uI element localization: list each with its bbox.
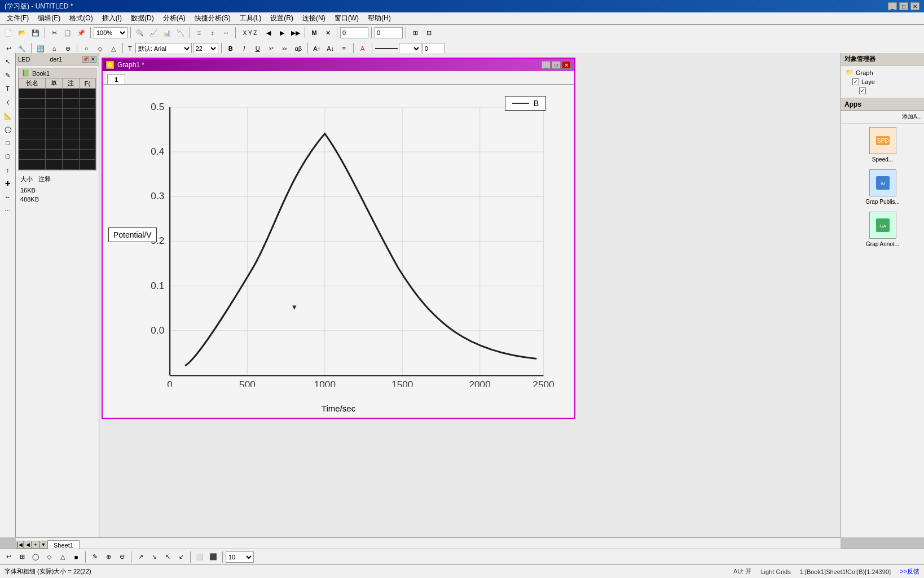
menu-analysis[interactable]: 分析(A) [159,12,190,24]
side-btn-7[interactable]: □ [2,137,14,149]
side-btn-1[interactable]: ↖ [2,55,14,68]
btb-7[interactable]: ✎ [89,551,101,563]
app-item-speed[interactable]: SPD Speed... [841,124,924,166]
menu-help[interactable]: 帮助(H) [363,12,395,24]
menu-file[interactable]: 文件(F) [2,12,33,24]
side-btn-2[interactable]: ✎ [2,69,14,81]
btb-13[interactable]: ↙ [175,551,187,563]
add-app-label[interactable]: 添加A... [902,113,922,120]
menu-connect[interactable]: 连接(N) [298,12,330,24]
tb-open[interactable]: 📂 [16,27,28,39]
btb-11[interactable]: ↘ [148,551,160,563]
btb-9[interactable]: ⊖ [116,551,128,563]
btb-6[interactable]: ■ [70,551,82,563]
side-btn-10[interactable]: ✚ [2,177,14,190]
side-btn-4[interactable]: ⟨ [2,96,14,108]
tb-arrow-left[interactable]: ◀ [262,27,275,39]
menu-data[interactable]: 数据(D) [126,12,159,24]
menu-window[interactable]: 窗口(W) [330,12,363,24]
sheet-first[interactable]: |◀ [16,541,24,549]
cell-2-2 [45,99,62,109]
font-size-select[interactable]: 22 [193,43,218,54]
tb-m-btn[interactable]: M [308,27,320,39]
app-item-graph-publish[interactable]: W Grap Publis... [841,166,924,208]
btb-2[interactable]: ⊞ [16,551,28,563]
side-btn-3[interactable]: T [2,82,14,95]
panel-pin[interactable]: 📌 [82,56,89,63]
menu-format[interactable]: 格式(O) [65,12,97,24]
btb-15[interactable]: ⬛ [207,551,219,563]
separator-6 [305,27,305,38]
line-width-input[interactable] [423,43,445,54]
side-btn-8[interactable]: ⬡ [2,150,14,163]
btb-12[interactable]: ↖ [161,551,174,563]
zoom-select[interactable]: 100% [94,27,127,38]
btb-5[interactable]: △ [56,551,69,563]
tb-paste[interactable]: 📌 [75,27,87,39]
menu-settings[interactable]: 设置(R) [266,12,298,24]
tb-btn-d[interactable]: 📉 [174,27,187,39]
menu-quick-analysis[interactable]: 快捷分析(S) [190,12,235,24]
maximize-button[interactable]: □ [899,2,908,10]
layer-checkbox[interactable] [852,78,859,85]
btb-4[interactable]: ◇ [43,551,55,563]
tb-btn-g[interactable]: ↔ [220,27,232,39]
btb-1[interactable]: ↩ [2,551,15,563]
tb-xyz[interactable]: X Y Z [239,27,261,39]
separator-1 [45,27,45,38]
svg-text:SPD: SPD [877,138,888,144]
tb-btn-b[interactable]: 📈 [147,27,160,39]
graph-close[interactable]: ✕ [562,61,571,69]
side-btn-5[interactable]: 📐 [2,110,14,122]
toolbar-num-input-2[interactable] [375,27,403,38]
btb-10[interactable]: ↗ [134,551,147,563]
cell-3-4 [79,109,95,119]
sub-checkbox[interactable] [859,87,866,94]
btb-14[interactable]: ⬜ [193,551,206,563]
tb-btn-a[interactable]: 🔍 [134,27,146,39]
line-style-select[interactable] [399,43,421,54]
side-btn-12[interactable]: ⋯ [2,204,14,217]
legend-label: B [534,99,539,108]
menu-insert[interactable]: 插入(I) [98,12,126,24]
menu-tools[interactable]: 工具(L) [235,12,266,24]
graph-minimize[interactable]: _ [542,61,551,69]
graph-title-left: G Graph1 * [106,61,144,69]
sheet-prev[interactable]: ◀ [24,541,32,549]
layer-tree-label: Laye [861,78,875,85]
side-btn-6[interactable]: ◯ [2,123,14,135]
tb-save[interactable]: 💾 [29,27,42,39]
tb-arrow-right[interactable]: ▶ [276,27,288,39]
minimize-button[interactable]: _ [888,2,897,10]
menu-edit[interactable]: 编辑(E) [33,12,65,24]
btb-3[interactable]: ◯ [29,551,42,563]
tb-table[interactable]: ⊟ [423,27,435,39]
tb-grid[interactable]: ⊞ [409,27,421,39]
tb-cross-btn[interactable]: ✕ [322,27,334,39]
btb-8[interactable]: ⊕ [102,551,115,563]
feedback-link[interactable]: >>反馈 [900,567,919,576]
tb-arrow-double[interactable]: ▶▶ [289,27,302,39]
sep-r2-4 [221,43,222,54]
close-button[interactable]: ✕ [910,2,919,10]
panel-close[interactable]: ✕ [90,56,96,63]
sheet-next[interactable]: + [32,541,39,549]
tb-copy[interactable]: 📋 [61,27,74,39]
graph-maximize[interactable]: □ [552,61,561,69]
app-item-graph-annot[interactable]: GA Grap Annot... [841,208,924,251]
tb-btn-c[interactable]: 📊 [161,27,173,39]
font-select[interactable]: 默认: Arial [135,43,192,54]
side-btn-11[interactable]: ↔ [2,191,14,203]
svg-text:1500: 1500 [391,379,413,387]
tb-cut[interactable]: ✂ [48,27,60,39]
status-left: 字体和粗细 (实际)大小 = 22(22) [5,567,91,576]
tb-btn-f[interactable]: ↕ [206,27,219,39]
graph-tab-1[interactable]: 1 [107,75,125,84]
sheet-tab-1[interactable]: Sheet1 [47,540,80,550]
side-btn-9[interactable]: ↕ [2,164,14,176]
tb-new[interactable]: 📄 [2,27,15,39]
toolbar-num-input-1[interactable] [340,27,368,38]
tb-btn-e[interactable]: ≡ [193,27,205,39]
sheet-last[interactable]: ▼ [39,541,47,549]
btb-num-select[interactable]: 10 [226,551,254,563]
